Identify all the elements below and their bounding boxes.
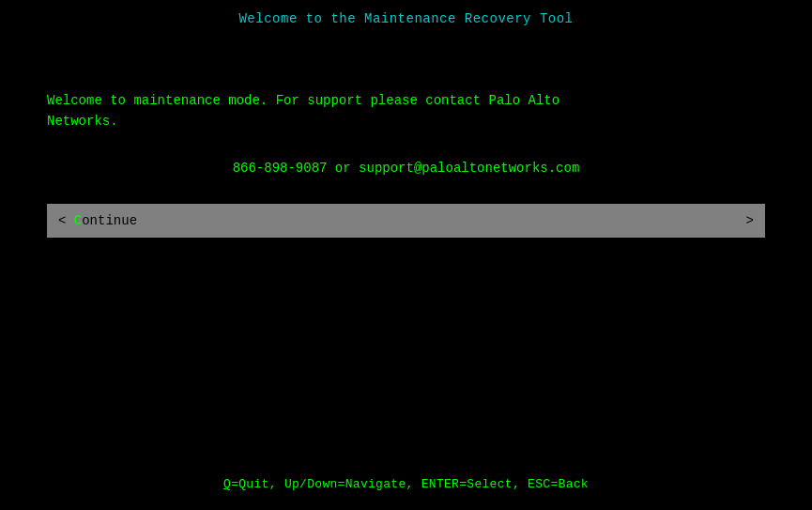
footer-text: Q=Quit, Up/Down=Navigate, ENTER=Select, … [223, 477, 589, 491]
footer-rest: =Quit, Up/Down=Navigate, ENTER=Select, E… [231, 477, 589, 491]
button-label-rest: ontinue [82, 213, 137, 228]
title-text: Welcome to the Maintenance Recovery Tool [238, 11, 573, 26]
button-left-bracket: < Continue [58, 213, 137, 228]
main-screen: Welcome to the Maintenance Recovery Tool… [0, 0, 812, 510]
contact-info: 866-898-9087 or support@paloaltonetworks… [47, 161, 765, 176]
welcome-line1: Welcome to maintenance mode. For support… [47, 90, 765, 111]
welcome-text: Welcome to maintenance mode. For support… [47, 90, 765, 132]
welcome-line2: Networks. [47, 111, 765, 131]
button-highlight-char: C [74, 213, 82, 228]
button-right-bracket: > [746, 213, 754, 228]
content-area: Welcome to maintenance mode. For support… [0, 34, 812, 510]
quit-key: Q [223, 477, 231, 491]
footer-bar: Q=Quit, Up/Down=Navigate, ENTER=Select, … [0, 477, 812, 491]
continue-button[interactable]: < Continue > [47, 204, 765, 238]
title-bar: Welcome to the Maintenance Recovery Tool [0, 0, 812, 34]
